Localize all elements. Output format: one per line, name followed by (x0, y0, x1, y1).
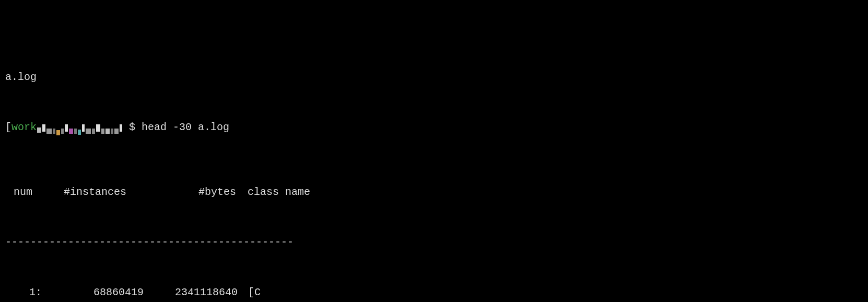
table-row: 1:688604192341118640[C (5, 284, 863, 301)
table-body: 1:688604192341118640[C2:6303445920171026… (5, 284, 863, 302)
cell-classname: [C (238, 284, 261, 301)
prompt-line[interactable]: [work $ head -30 a.log (5, 119, 863, 136)
divider-line: ----------------------------------------… (5, 234, 863, 251)
header-num: num (5, 184, 38, 201)
prompt-env: work (11, 121, 37, 133)
command-text: head -30 a.log (142, 121, 229, 133)
header-classname: class name (236, 184, 310, 201)
log-file-name: a.log (5, 69, 863, 86)
cell-num: 1: (5, 284, 42, 301)
prompt-redacted (37, 123, 123, 132)
prompt-dollar: $ (129, 121, 135, 133)
cell-bytes: 2341118640 (144, 284, 238, 301)
bracket: [ (5, 121, 11, 133)
header-instances: #instances (38, 184, 142, 201)
header-bytes: #bytes (142, 184, 236, 201)
table-header: num #instances #bytes class name (5, 184, 863, 201)
cell-instances: 68860419 (42, 284, 144, 301)
